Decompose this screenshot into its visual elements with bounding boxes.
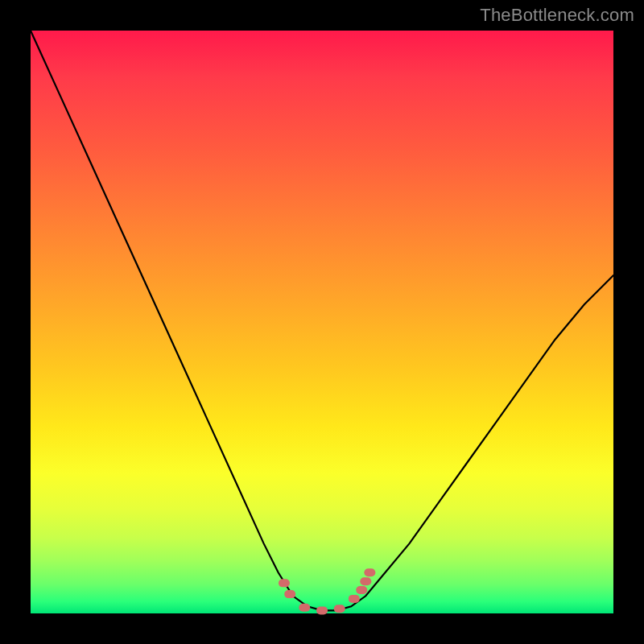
marker-point bbox=[299, 604, 310, 612]
bottleneck-curve bbox=[31, 31, 613, 610]
marker-point bbox=[279, 579, 290, 587]
marker-point bbox=[356, 586, 367, 594]
marker-point bbox=[360, 577, 371, 585]
watermark-text: TheBottleneck.com bbox=[480, 5, 634, 26]
plot-area bbox=[31, 31, 613, 613]
chart-frame: TheBottleneck.com bbox=[0, 0, 644, 644]
marker-point bbox=[334, 605, 345, 613]
curve-svg bbox=[31, 31, 613, 613]
marker-point bbox=[284, 590, 295, 598]
marker-point bbox=[364, 568, 375, 576]
highlight-markers bbox=[279, 568, 375, 614]
marker-point bbox=[316, 606, 328, 614]
marker-point bbox=[349, 595, 360, 603]
